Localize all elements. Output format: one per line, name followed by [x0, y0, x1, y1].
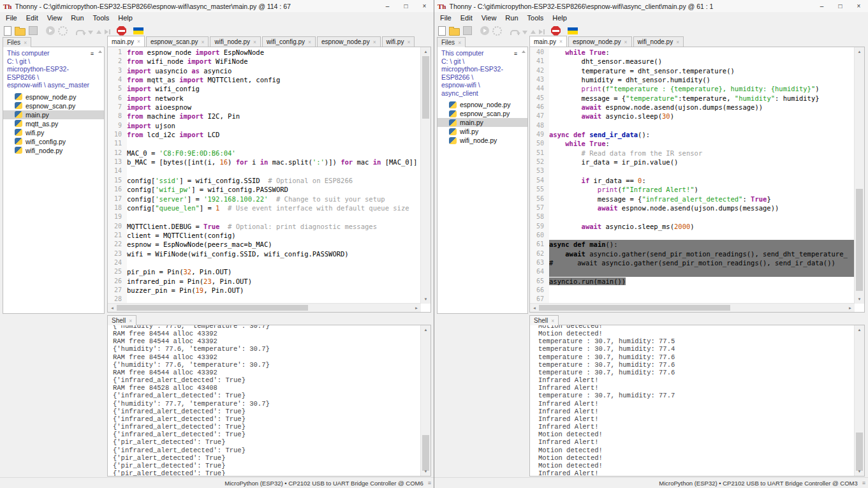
tab-close-icon[interactable]: ×: [308, 39, 311, 45]
code-line[interactable]: 45 message = {"temperature":temperature,…: [530, 94, 855, 103]
code-line[interactable]: 8from machine import I2C, Pin: [108, 112, 421, 121]
menu-view[interactable]: View: [477, 13, 501, 23]
scroll-up-icon[interactable]: ▲: [421, 326, 430, 334]
scroll-up-icon[interactable]: ▲: [855, 48, 864, 55]
new-file-icon[interactable]: [4, 26, 11, 36]
code-line[interactable]: 62 await asyncio.gather(send_pir_motion_…: [530, 249, 855, 258]
debug-icon[interactable]: [492, 26, 502, 36]
menu-tools[interactable]: Tools: [523, 13, 548, 23]
scroll-left-icon[interactable]: ◄: [108, 304, 116, 312]
code-line[interactable]: 16config['wifi_pw'] = wifi_config.PASSWO…: [108, 185, 421, 194]
file-item-wifi_node-py[interactable]: wifi_node.py: [3, 146, 104, 155]
tab-close-icon[interactable]: ×: [373, 39, 376, 45]
code-line[interactable]: 66: [530, 286, 855, 295]
code-line[interactable]: 58: [530, 212, 855, 221]
tab-close-icon[interactable]: ×: [458, 40, 461, 46]
code-line[interactable]: 2from wifi_node import WiFiNode: [108, 57, 421, 66]
menu-run[interactable]: Run: [66, 13, 88, 23]
code-line[interactable]: 19: [108, 212, 421, 221]
scrollbar-thumb[interactable]: [117, 305, 308, 311]
shell-panel[interactable]: Motion detected!Motion detected!temperat…: [529, 325, 865, 477]
code-line[interactable]: 47 await asyncio.sleep(30): [530, 112, 855, 121]
editor-tab-espnow_node-py[interactable]: espnow_node.py×: [568, 36, 632, 47]
files-tab[interactable]: Files ×: [3, 37, 31, 47]
files-menu-icon[interactable]: ≡: [514, 50, 517, 58]
code-line[interactable]: 54 if ir_data == 0:: [530, 176, 855, 185]
file-item-espnow_scan-py[interactable]: espnow_scan.py: [3, 101, 104, 110]
tab-close-icon[interactable]: ×: [407, 39, 410, 45]
file-item-wifi-py[interactable]: wifi.py: [438, 127, 527, 136]
code-line[interactable]: 17config['server'] = '192.168.100.22' # …: [108, 195, 421, 203]
scroll-up-icon[interactable]: ▲: [855, 326, 864, 334]
code-line[interactable]: 46 await espnow.node.asend(ujson.dumps(m…: [530, 103, 855, 112]
file-item-main-py[interactable]: main.py: [3, 110, 104, 119]
editor-tab-espnow_node-py[interactable]: espnow_node.py×: [317, 36, 381, 47]
resume-icon[interactable]: [105, 29, 108, 34]
scrollbar-thumb[interactable]: [539, 305, 730, 311]
minimize-button[interactable]: –: [813, 0, 831, 12]
code-line[interactable]: 53: [530, 166, 855, 175]
step-into-icon[interactable]: [88, 31, 93, 34]
step-over-icon[interactable]: [76, 30, 85, 35]
code-line[interactable]: 11: [108, 139, 421, 148]
close-button[interactable]: ×: [850, 0, 868, 12]
code-editor[interactable]: 1from espnow_node import EspNowNode2from…: [107, 47, 431, 313]
file-item-wifi-py[interactable]: wifi.py: [3, 128, 104, 137]
new-file-icon[interactable]: [438, 26, 446, 36]
tab-close-icon[interactable]: ×: [676, 39, 679, 45]
tab-close-icon[interactable]: ×: [551, 318, 554, 324]
step-over-icon[interactable]: [510, 30, 519, 35]
save-icon[interactable]: [29, 26, 38, 35]
tab-close-icon[interactable]: ×: [624, 39, 628, 45]
editor-tab-espnow_scan-py[interactable]: espnow_scan.py×: [146, 36, 209, 47]
code-line[interactable]: 9import ujson: [108, 121, 421, 130]
code-area[interactable]: 1from espnow_node import EspNowNode2from…: [108, 48, 421, 304]
editor-vertical-scrollbar[interactable]: ▲ ▼: [420, 47, 430, 304]
debug-icon[interactable]: [58, 26, 68, 36]
code-line[interactable]: 51 # Read data from the IR sensor: [530, 149, 855, 158]
file-item-mqtt_as-py[interactable]: mqtt_as.py: [3, 119, 104, 128]
code-line[interactable]: 27buzzer_pin = Pin(19, Pin.OUT): [108, 286, 421, 295]
scrollbar-thumb[interactable]: [856, 189, 863, 291]
editor-tab-wifi_node-py[interactable]: wifi_node.py×: [633, 36, 684, 47]
ukraine-flag-icon[interactable]: [568, 27, 578, 34]
code-line[interactable]: 13b_MAC = [bytes([int(i, 16) for i in ma…: [108, 158, 421, 166]
code-line[interactable]: 22espnow = EspNowNode(peers_mac=b_MAC): [108, 240, 421, 249]
code-editor[interactable]: 40 while True:41 dht_sensor.measure()42 …: [529, 47, 865, 313]
shell-vertical-scrollbar[interactable]: ▲ ▼: [420, 325, 430, 476]
menu-help[interactable]: Help: [548, 13, 571, 23]
code-line[interactable]: 59 await asyncio.sleep_ms(2000): [530, 222, 855, 231]
tab-close-icon[interactable]: ×: [137, 38, 140, 45]
file-item-espnow_scan-py[interactable]: espnow_scan.py: [438, 109, 527, 118]
code-line[interactable]: 4from mqtt_as import MQTTClient, config: [108, 75, 421, 84]
scrollbar-thumb[interactable]: [422, 435, 429, 471]
code-line[interactable]: 57 await espnow.node.asend(ujson.dumps(m…: [530, 203, 855, 212]
files-scroll-up-icon[interactable]: [522, 50, 526, 53]
menu-run[interactable]: Run: [501, 13, 522, 23]
editor-vertical-scrollbar[interactable]: ▲ ▼: [854, 47, 864, 304]
code-line[interactable]: 64: [530, 267, 855, 276]
run-icon[interactable]: [46, 26, 55, 35]
editor-tab-main-py[interactable]: main.py×: [529, 36, 567, 47]
menu-view[interactable]: View: [43, 13, 67, 23]
code-line[interactable]: 7import aioespnow: [108, 103, 421, 112]
scrollbar-thumb[interactable]: [422, 56, 429, 119]
open-file-icon[interactable]: [15, 28, 26, 36]
step-into-icon[interactable]: [522, 31, 527, 34]
save-icon[interactable]: [463, 26, 472, 35]
resize-grip-icon[interactable]: ≡: [428, 480, 431, 486]
stop-icon[interactable]: [551, 26, 561, 36]
tab-close-icon[interactable]: ×: [201, 39, 204, 45]
code-line[interactable]: 40 while True:: [530, 48, 855, 57]
close-button[interactable]: ×: [415, 0, 434, 12]
code-line[interactable]: 60: [530, 231, 855, 240]
file-item-wifi_node-py[interactable]: wifi_node.py: [438, 136, 527, 145]
run-icon[interactable]: [480, 26, 489, 35]
file-item-espnow_node-py[interactable]: espnow_node.py: [3, 92, 104, 101]
tab-close-icon[interactable]: ×: [129, 318, 132, 324]
code-line[interactable]: 23wifi = WiFiNode(wifi_config.SSID, wifi…: [108, 249, 421, 258]
maximize-button[interactable]: □: [831, 0, 850, 12]
files-menu-icon[interactable]: ≡: [91, 50, 94, 58]
code-line[interactable]: 3import uasyncio as asyncio: [108, 66, 421, 75]
editor-horizontal-scrollbar[interactable]: ◄ ►: [530, 303, 855, 312]
